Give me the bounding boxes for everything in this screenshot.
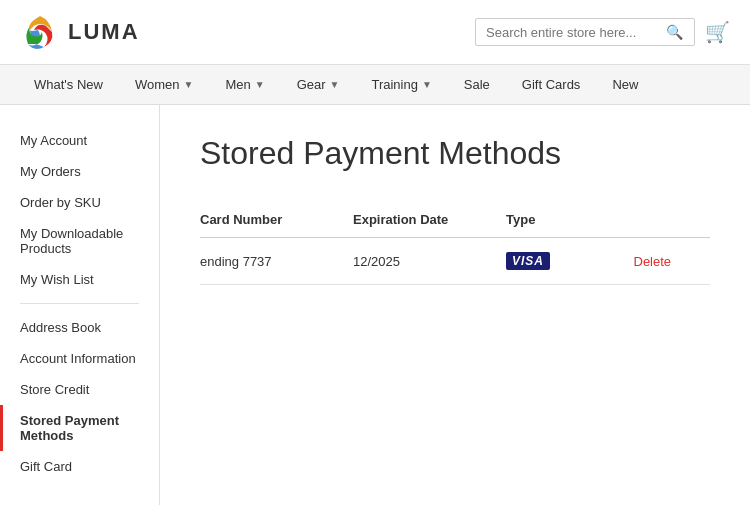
cell-action: Delete [634,238,711,285]
page-title: Stored Payment Methods [200,135,710,172]
table-row: ending 7737 12/2025 VISA Delete [200,238,710,285]
sidebar: My Account My Orders Order by SKU My Dow… [0,105,160,505]
nav-item-whats-new[interactable]: What's New [20,65,117,104]
sidebar-item-account-information[interactable]: Account Information [0,343,159,374]
cart-button[interactable]: 🛒 [705,20,730,44]
col-header-expiration-date: Expiration Date [353,202,506,238]
sidebar-item-address-book[interactable]: Address Book [0,312,159,343]
nav-bar: What's New Women ▼ Men ▼ Gear ▼ Training… [0,65,750,105]
header-right: 🔍 🛒 [475,18,730,46]
chevron-down-icon: ▼ [422,79,432,90]
sidebar-item-gift-card[interactable]: Gift Card [0,451,159,482]
col-header-type: Type [506,202,634,238]
cell-expiration-date: 12/2025 [353,238,506,285]
table-header-row: Card Number Expiration Date Type [200,202,710,238]
header: LUMA 🔍 🛒 [0,0,750,65]
payment-table: Card Number Expiration Date Type ending … [200,202,710,285]
nav-item-training[interactable]: Training ▼ [357,65,445,104]
search-box: 🔍 [475,18,695,46]
nav-item-women[interactable]: Women ▼ [121,65,207,104]
luma-logo-icon [20,12,60,52]
chevron-down-icon: ▼ [255,79,265,90]
delete-button[interactable]: Delete [634,254,672,269]
nav-item-new[interactable]: New [598,65,652,104]
page-content: Stored Payment Methods Card Number Expir… [160,105,750,505]
search-input[interactable] [486,25,666,40]
sidebar-item-my-orders[interactable]: My Orders [0,156,159,187]
nav-item-sale[interactable]: Sale [450,65,504,104]
cart-icon: 🛒 [705,21,730,43]
sidebar-divider [20,303,139,304]
sidebar-item-stored-payment-methods[interactable]: Stored Payment Methods [0,405,159,451]
col-header-action [634,202,711,238]
col-header-card-number: Card Number [200,202,353,238]
cell-card-number: ending 7737 [200,238,353,285]
sidebar-item-my-downloadable-products[interactable]: My Downloadable Products [0,218,159,264]
search-button[interactable]: 🔍 [666,24,683,40]
main-content: My Account My Orders Order by SKU My Dow… [0,105,750,505]
sidebar-item-my-account[interactable]: My Account [0,125,159,156]
nav-item-gift-cards[interactable]: Gift Cards [508,65,595,104]
visa-logo: VISA [506,252,550,270]
logo-area: LUMA [20,12,140,52]
nav-item-men[interactable]: Men ▼ [211,65,278,104]
cell-type: VISA [506,238,634,285]
chevron-down-icon: ▼ [184,79,194,90]
sidebar-item-my-wish-list[interactable]: My Wish List [0,264,159,295]
chevron-down-icon: ▼ [330,79,340,90]
sidebar-item-store-credit[interactable]: Store Credit [0,374,159,405]
logo-text: LUMA [68,19,140,45]
sidebar-item-order-by-sku[interactable]: Order by SKU [0,187,159,218]
nav-item-gear[interactable]: Gear ▼ [283,65,354,104]
